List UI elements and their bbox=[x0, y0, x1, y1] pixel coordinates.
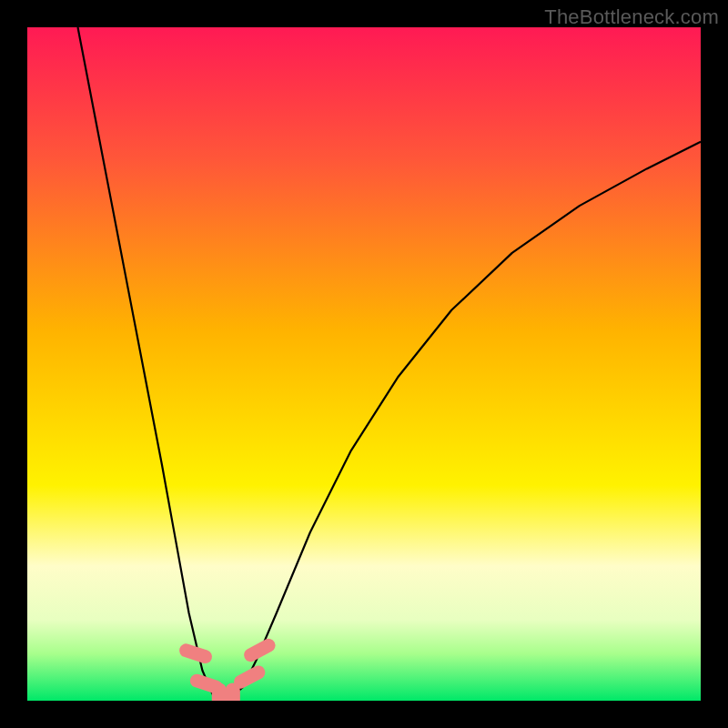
watermark-text: TheBottleneck.com bbox=[544, 5, 719, 29]
markers-layer bbox=[27, 27, 701, 701]
marker-4 bbox=[231, 663, 268, 691]
plot-area bbox=[27, 27, 701, 701]
marker-5 bbox=[241, 636, 278, 663]
chart-container: TheBottleneck.com bbox=[0, 0, 728, 728]
marker-0 bbox=[177, 642, 214, 665]
marker-2 bbox=[212, 682, 227, 701]
